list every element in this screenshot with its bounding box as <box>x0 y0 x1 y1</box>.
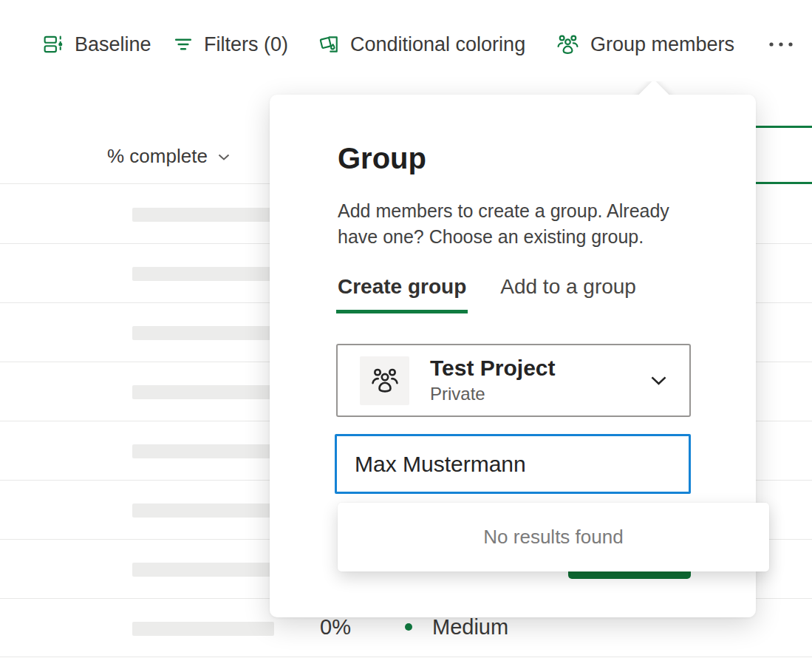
group-privacy: Private <box>430 383 556 405</box>
popup-title: Group <box>338 142 426 175</box>
skeleton-bar <box>132 622 274 636</box>
skeleton-bar <box>132 385 274 399</box>
filters-label: Filters (0) <box>204 33 288 56</box>
conditional-coloring-button[interactable]: Conditional coloring <box>318 30 525 59</box>
priority-cell: Medium <box>432 615 508 640</box>
skeleton-bar <box>132 267 274 281</box>
baseline-label: Baseline <box>75 33 151 56</box>
filter-icon <box>173 34 194 55</box>
skeleton-bar <box>132 503 274 518</box>
people-group-icon <box>369 365 400 396</box>
popup-tabs: Create group Add to a group <box>336 275 638 313</box>
search-results-dropdown: No results found <box>338 503 769 571</box>
group-members-button[interactable]: Group members <box>556 30 734 59</box>
percent-complete-cell: 0% <box>320 615 351 640</box>
priority-dot-icon <box>405 623 412 631</box>
conditional-coloring-label: Conditional coloring <box>350 33 525 56</box>
chevron-down-icon <box>647 369 670 392</box>
baseline-button[interactable]: Baseline <box>42 30 151 59</box>
tab-create-group[interactable]: Create group <box>336 275 468 313</box>
skeleton-bar <box>132 208 274 222</box>
popup-callout-beak <box>623 81 685 95</box>
no-results-message: No results found <box>483 526 623 549</box>
chevron-down-icon <box>215 148 233 166</box>
selected-column-top-border <box>756 126 812 128</box>
skeleton-bar <box>132 563 274 577</box>
skeleton-bar <box>132 444 274 458</box>
table-row-line <box>0 657 812 657</box>
group-name: Test Project <box>430 356 556 381</box>
skeleton-bar <box>132 326 274 340</box>
group-select-dropdown[interactable]: Test Project Private <box>336 344 691 417</box>
more-ellipsis-icon <box>766 39 796 50</box>
filters-button[interactable]: Filters (0) <box>173 30 288 59</box>
group-dropdown-text: Test Project Private <box>430 356 556 405</box>
column-header-percent-complete[interactable]: % complete <box>107 145 233 168</box>
baseline-icon <box>42 33 64 55</box>
member-search-input[interactable] <box>335 434 691 494</box>
selected-column-bottom-border <box>756 182 812 184</box>
people-group-icon <box>556 33 580 57</box>
column-header-label: % complete <box>107 145 208 168</box>
more-options-button[interactable] <box>764 34 798 55</box>
group-members-label: Group members <box>590 33 734 56</box>
color-fill-icon <box>318 33 340 55</box>
tab-add-to-group[interactable]: Add to a group <box>499 275 638 313</box>
popup-description: Add members to create a group. Already h… <box>338 198 711 250</box>
group-avatar <box>360 356 409 405</box>
